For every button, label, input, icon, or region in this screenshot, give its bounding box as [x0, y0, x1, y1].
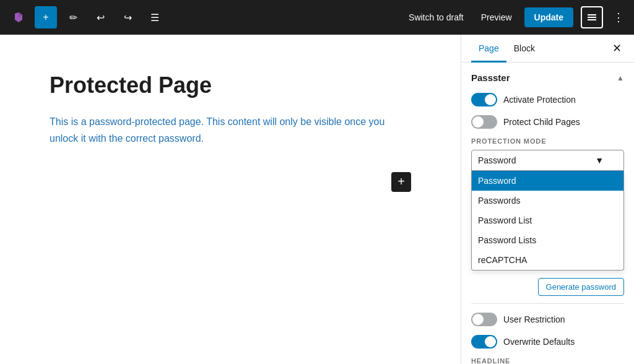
user-restriction-label: User Restriction: [503, 314, 565, 324]
pen-icon-button[interactable]: ✏: [62, 6, 84, 28]
toggle-knob-child: [472, 116, 484, 128]
overwrite-defaults-row: Overwrite Defaults: [471, 335, 624, 349]
user-restriction-toggle[interactable]: [471, 313, 497, 326]
switch-to-draft-button[interactable]: Switch to draft: [404, 9, 469, 26]
dropdown-selected-value: Password: [478, 155, 516, 165]
dropdown-item-password-list[interactable]: Password List: [472, 210, 623, 230]
page-title: Protected Page: [50, 72, 411, 98]
toggle-knob-user: [472, 314, 484, 325]
toggle-knob-activate: [485, 94, 496, 105]
settings-panel-button[interactable]: [581, 6, 603, 28]
dropdown-item-password[interactable]: Password: [472, 171, 623, 191]
toolbar: + ✏ ↩ ↪ ☰ Switch to draft Preview Update…: [0, 0, 634, 35]
tab-page[interactable]: Page: [471, 35, 506, 63]
main-area: Protected Page This is a password-protec…: [0, 35, 634, 364]
generate-password-button[interactable]: Generate password: [538, 278, 624, 296]
dropdown-item-password-lists[interactable]: Password Lists: [472, 230, 623, 250]
activate-protection-label: Activate Protection: [503, 95, 576, 105]
generate-btn-row: Generate password: [471, 278, 624, 296]
protect-child-pages-toggle[interactable]: [471, 115, 497, 129]
add-block-inline-button[interactable]: +: [391, 172, 411, 192]
sidebar-close-button[interactable]: ✕: [610, 39, 624, 58]
activate-protection-toggle[interactable]: [471, 93, 497, 106]
panel-header: Passster ▲: [471, 72, 624, 83]
redo-button[interactable]: ↪: [116, 6, 139, 28]
passster-title: Passster: [471, 72, 510, 83]
overwrite-defaults-label: Overwrite Defaults: [503, 337, 575, 347]
undo-button[interactable]: ↩: [89, 6, 111, 28]
user-restriction-row: User Restriction: [471, 313, 624, 326]
preview-button[interactable]: Preview: [476, 9, 517, 26]
sidebar-tabs: Page Block ✕: [461, 35, 634, 63]
toggle-knob-overwrite: [485, 336, 496, 347]
protect-child-pages-row: Protect Child Pages: [471, 115, 624, 129]
panel-divider: [471, 303, 624, 304]
svg-rect-1: [588, 17, 596, 18]
overwrite-defaults-toggle[interactable]: [471, 335, 497, 349]
activate-protection-row: Activate Protection: [471, 93, 624, 106]
headline-label: HEADLINE: [471, 357, 624, 364]
svg-rect-0: [588, 14, 596, 15]
page-content: This is a password-protected page. This …: [50, 113, 411, 147]
protection-mode-dropdown[interactable]: Password ▼ Password Passwords Password L…: [471, 150, 624, 271]
list-view-button[interactable]: ☰: [144, 6, 166, 28]
more-options-button[interactable]: ⋮: [610, 8, 627, 27]
update-button[interactable]: Update: [524, 7, 573, 27]
add-block-button[interactable]: +: [35, 6, 57, 28]
dropdown-item-recaptcha[interactable]: reCAPTCHA: [472, 250, 623, 270]
dropdown-list: Password Passwords Password List Passwor…: [471, 171, 624, 271]
dropdown-trigger[interactable]: Password ▼: [471, 150, 624, 171]
panel-collapse-icon[interactable]: ▲: [617, 74, 624, 82]
editor-area: Protected Page This is a password-protec…: [0, 35, 461, 364]
tab-block[interactable]: Block: [506, 35, 542, 63]
protection-mode-label: PROTECTION MODE: [471, 137, 624, 145]
passster-panel: Passster ▲ Activate Protection Protect C…: [461, 63, 634, 364]
logo: [7, 6, 30, 28]
svg-rect-2: [588, 19, 596, 20]
protect-child-pages-label: Protect Child Pages: [503, 117, 580, 127]
dropdown-item-passwords[interactable]: Passwords: [472, 191, 623, 210]
sidebar: Page Block ✕ Passster ▲ Activate Protect…: [461, 35, 634, 364]
dropdown-arrow-icon: ▼: [595, 155, 604, 165]
